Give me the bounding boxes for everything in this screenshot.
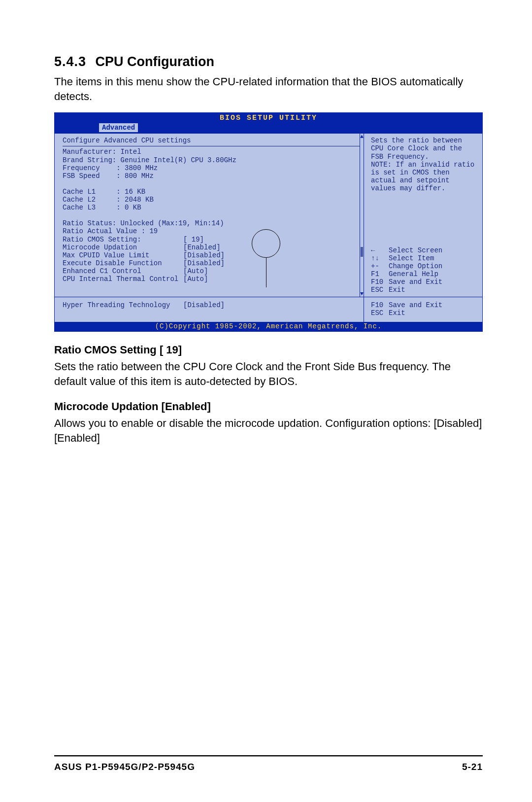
subsection-heading: Ratio CMOS Setting [ 19] bbox=[54, 344, 483, 356]
setting-value: [Disabled] bbox=[183, 251, 225, 259]
setting-label: Ratio CMOS Setting: bbox=[63, 236, 183, 244]
nav-key-row: F10Save and Exit bbox=[371, 278, 477, 286]
nav-key-row: ESCExit bbox=[371, 286, 477, 294]
cpu-info-line: Cache L2 : 2048 KB bbox=[63, 196, 360, 204]
bios-title: BIOS SETUP UTILITY bbox=[55, 113, 482, 123]
nav-key-symbol: ↑↓ bbox=[371, 254, 389, 262]
cpu-info-line: Frequency : 3800 MHz bbox=[63, 164, 360, 172]
nav-key-desc: Save and Exit bbox=[389, 301, 442, 309]
nav-key-row: F1General Help bbox=[371, 270, 477, 278]
nav-key-row: F10Save and Exit bbox=[371, 301, 477, 309]
cpu-info-line: Cache L3 : 0 KB bbox=[63, 204, 360, 211]
subsection-body: Sets the ratio between the CPU Core Cloc… bbox=[54, 359, 483, 388]
setting-hyper-threading[interactable]: Hyper Threading Technology [Disabled] bbox=[63, 301, 360, 309]
section-title: CPU Configuration bbox=[96, 54, 214, 69]
bios-left-pane: Configure Advanced CPU settings Manufact… bbox=[55, 134, 364, 297]
bios-setting-row[interactable]: Ratio CMOS Setting:[ 19] bbox=[63, 236, 360, 244]
cpu-info-line bbox=[63, 211, 360, 219]
bios-setting-row[interactable]: Execute Disable Function[Disabled] bbox=[63, 259, 360, 267]
subsection-heading: Microcode Updation [Enabled] bbox=[54, 400, 483, 413]
bios-body: Configure Advanced CPU settings Manufact… bbox=[55, 133, 482, 297]
nav-key-row: ESCExit bbox=[371, 309, 477, 317]
nav-key-desc: General Help bbox=[389, 270, 438, 278]
nav-key-symbol: +- bbox=[371, 262, 389, 270]
section-heading: 5.4.3 CPU Configuration bbox=[54, 54, 483, 70]
scroll-up-icon[interactable]: ▲ bbox=[360, 134, 364, 139]
nav-key-desc: Exit bbox=[389, 309, 405, 317]
setting-label: Max CPUID Value Limit bbox=[63, 251, 183, 259]
nav-key-row: ↑↓Select Item bbox=[371, 254, 477, 262]
nav-key-desc: Exit bbox=[389, 286, 405, 294]
bios-setting-row[interactable]: Max CPUID Value Limit[Disabled] bbox=[63, 251, 360, 259]
subsection-body: Allows you to enable or disable the micr… bbox=[54, 416, 483, 445]
setting-value: [Disabled] bbox=[183, 259, 225, 267]
footer-page-number: 5-21 bbox=[462, 762, 483, 772]
cpu-info-line: Cache L1 : 16 KB bbox=[63, 188, 360, 196]
bios-copyright: (C)Copyright 1985-2002, American Megatre… bbox=[55, 322, 482, 331]
bios-extra-left: Hyper Threading Technology [Disabled] bbox=[55, 297, 364, 322]
section-intro: The items in this menu show the CPU-rela… bbox=[54, 74, 483, 104]
bios-nav-keys: ←Select Screen↑↓Select Item+-Change Opti… bbox=[371, 246, 477, 294]
bios-screenshot: BIOS SETUP UTILITY Advanced Configure Ad… bbox=[54, 112, 483, 332]
setting-label: Execute Disable Function bbox=[63, 259, 183, 267]
cpu-info-line: Ratio Status: Unlocked (Max:19, Min:14) bbox=[63, 219, 360, 227]
section-number: 5.4.3 bbox=[54, 54, 86, 69]
setting-label: Hyper Threading Technology bbox=[63, 301, 183, 309]
bios-tab-advanced[interactable]: Advanced bbox=[99, 123, 138, 132]
bios-right-pane: Sets the ratio between CPU Core Clock an… bbox=[364, 134, 482, 297]
bios-pane-header: Configure Advanced CPU settings bbox=[63, 137, 360, 144]
cpu-info-line bbox=[63, 180, 360, 188]
cpu-info-line: Ratio Actual Value : 19 bbox=[63, 227, 360, 235]
nav-key-symbol: ESC bbox=[371, 286, 389, 294]
bios-setting-row[interactable]: Microcode Updation[Enabled] bbox=[63, 244, 360, 251]
nav-key-desc: Select Screen bbox=[389, 246, 442, 254]
divider bbox=[63, 146, 360, 146]
setting-label: Microcode Updation bbox=[63, 244, 183, 251]
cpu-info-line: Brand String: Genuine Intel(R) CPU 3.80G… bbox=[63, 156, 360, 164]
subsections: Ratio CMOS Setting [ 19]Sets the ratio b… bbox=[54, 344, 483, 446]
scroll-thumb[interactable] bbox=[361, 247, 363, 257]
bios-tab-row: Advanced bbox=[55, 123, 482, 133]
cpu-info-block: Manufacturer: IntelBrand String: Genuine… bbox=[63, 148, 360, 235]
setting-value: [Enabled] bbox=[183, 244, 221, 251]
nav-key-symbol: F10 bbox=[371, 278, 389, 286]
setting-value: [Disabled] bbox=[183, 301, 225, 309]
nav-key-desc: Save and Exit bbox=[389, 278, 442, 286]
footer-rule bbox=[54, 755, 483, 757]
cpu-settings-block: Ratio CMOS Setting:[ 19]Microcode Updati… bbox=[63, 236, 360, 283]
nav-key-desc: Change Option bbox=[389, 262, 442, 270]
bios-extra-row: Hyper Threading Technology [Disabled] F1… bbox=[55, 297, 482, 322]
nav-key-symbol: ← bbox=[371, 246, 389, 254]
nav-key-symbol: ESC bbox=[371, 309, 389, 317]
footer-product: ASUS P1-P5945G/P2-P5945G bbox=[54, 762, 195, 772]
nav-key-symbol: F1 bbox=[371, 270, 389, 278]
scroll-down-icon[interactable]: ▼ bbox=[360, 291, 364, 297]
setting-label: Enhanced C1 Control bbox=[63, 267, 183, 275]
setting-value: [Auto] bbox=[183, 275, 208, 283]
page-footer: ASUS P1-P5945G/P2-P5945G 5-21 bbox=[54, 755, 483, 772]
bios-setting-row[interactable]: Enhanced C1 Control[Auto] bbox=[63, 267, 360, 275]
cpu-info-line: Manufacturer: Intel bbox=[63, 148, 360, 156]
nav-key-symbol: F10 bbox=[371, 301, 389, 309]
bios-help-text: Sets the ratio between CPU Core Clock an… bbox=[371, 137, 477, 192]
bios-extra-nav: F10Save and ExitESCExit bbox=[364, 297, 482, 322]
setting-value: [ 19] bbox=[183, 236, 204, 244]
nav-key-row: ←Select Screen bbox=[371, 246, 477, 254]
nav-key-desc: Select Item bbox=[389, 254, 434, 262]
scrollbar[interactable]: ▲ ▼ bbox=[360, 134, 364, 297]
setting-value: [Auto] bbox=[183, 267, 208, 275]
nav-key-row: +-Change Option bbox=[371, 262, 477, 270]
bios-setting-row[interactable]: CPU Internal Thermal Control[Auto] bbox=[63, 275, 360, 283]
setting-label: CPU Internal Thermal Control bbox=[63, 275, 183, 283]
cpu-info-line: FSB Speed : 800 MHz bbox=[63, 172, 360, 180]
